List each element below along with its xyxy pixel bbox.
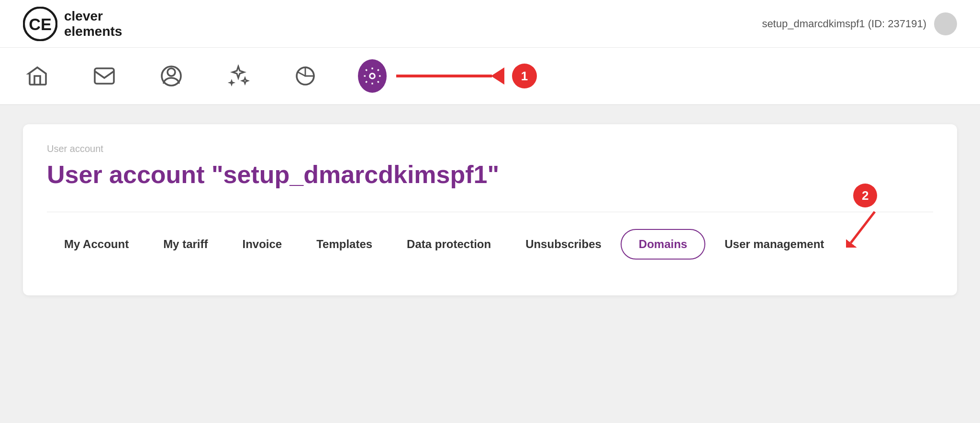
tab-my-tariff[interactable]: My tariff bbox=[146, 223, 225, 265]
annotation-badge-1: 1 bbox=[512, 64, 537, 88]
svg-text:CE: CE bbox=[29, 15, 52, 33]
annotation-badge-2: 2 bbox=[853, 184, 877, 207]
content-card: User account User account "setup_dmarcdk… bbox=[23, 124, 957, 295]
settings-nav-wrapper: 1 bbox=[358, 62, 537, 90]
tab-my-account[interactable]: My Account bbox=[47, 223, 146, 265]
header-right: setup_dmarcdkimspf1 (ID: 237191) bbox=[762, 12, 957, 35]
mail-icon bbox=[93, 65, 116, 87]
header: CE clever elements setup_dmarcdkimspf1 (… bbox=[0, 0, 980, 48]
tab-data-protection[interactable]: Data protection bbox=[390, 223, 508, 265]
page-title: User account "setup_dmarcdkimspf1" bbox=[47, 160, 933, 189]
logo: CE clever elements bbox=[23, 7, 122, 41]
nav-item-email[interactable] bbox=[90, 62, 119, 90]
navbar: 1 bbox=[0, 48, 980, 105]
tab-domains[interactable]: Domains bbox=[621, 229, 705, 260]
breadcrumb: User account bbox=[47, 143, 933, 154]
sparkles-icon bbox=[227, 65, 250, 87]
ce-logo-icon: CE bbox=[23, 7, 57, 41]
nav-item-contacts[interactable] bbox=[157, 62, 186, 90]
svg-rect-2 bbox=[95, 68, 114, 84]
nav-item-settings[interactable] bbox=[358, 62, 387, 90]
tab-invoice[interactable]: Invoice bbox=[225, 223, 299, 265]
avatar[interactable] bbox=[934, 12, 957, 35]
nav-item-home[interactable] bbox=[23, 62, 52, 90]
svg-point-6 bbox=[370, 74, 375, 79]
nav-item-reports[interactable] bbox=[291, 62, 320, 90]
reports-icon bbox=[294, 65, 317, 87]
logo-text: clever elements bbox=[64, 9, 122, 39]
nav-item-automation[interactable] bbox=[224, 62, 253, 90]
contacts-icon bbox=[160, 65, 183, 87]
tab-unsubscribes[interactable]: Unsubscribes bbox=[508, 223, 619, 265]
main-content: User account User account "setup_dmarcdk… bbox=[0, 105, 980, 315]
annotation-2-wrapper: 2 bbox=[846, 184, 884, 248]
annotation-arrow-1: 1 bbox=[387, 64, 537, 88]
user-info-text: setup_dmarcdkimspf1 (ID: 237191) bbox=[762, 18, 926, 30]
annotation-arrow-2 bbox=[846, 209, 884, 248]
svg-point-3 bbox=[167, 68, 175, 76]
gear-icon bbox=[362, 66, 382, 86]
home-icon bbox=[26, 65, 49, 87]
svg-line-8 bbox=[851, 212, 875, 243]
tab-row: My Account My tariff Invoice Templates D… bbox=[47, 212, 933, 276]
tab-user-management[interactable]: User management bbox=[707, 223, 841, 265]
tab-templates[interactable]: Templates bbox=[299, 223, 390, 265]
